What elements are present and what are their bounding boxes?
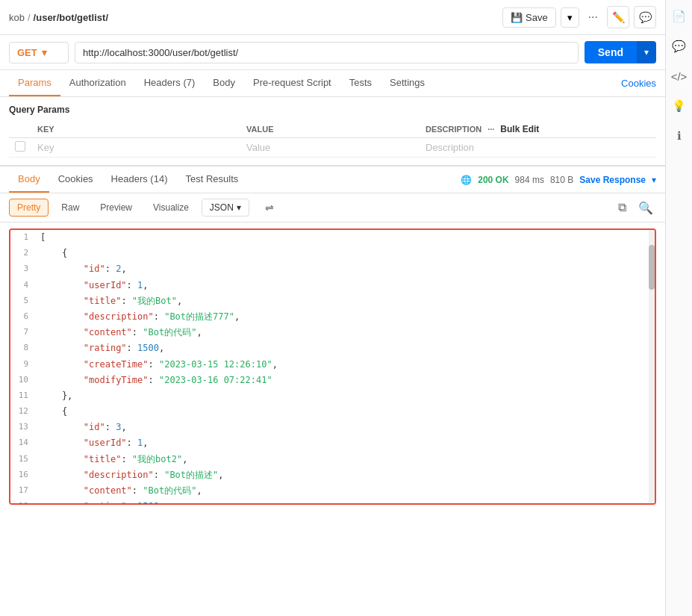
tab-pre-request-script[interactable]: Pre-request Script [244, 70, 340, 96]
send-button-group: Send ▾ [585, 41, 656, 63]
send-button[interactable]: Send [585, 41, 637, 63]
response-size: 810 B [550, 175, 573, 185]
comment-button[interactable]: 💬 [634, 6, 656, 28]
method-chevron-icon: ▾ [42, 47, 47, 58]
sidebar-lightbulb-icon[interactable]: 💡 [669, 96, 690, 116]
tab-authorization[interactable]: Authorization [60, 70, 135, 96]
url-bar: GET ▾ Send ▾ [0, 35, 665, 70]
tab-settings[interactable]: Settings [381, 70, 434, 96]
response-tab-body[interactable]: Body [9, 167, 49, 193]
breadcrumb-user: kob [9, 12, 25, 23]
code-line: 17 "content": "Bot的代码", [10, 483, 655, 499]
sidebar-chat-icon[interactable]: 💬 [669, 36, 690, 57]
url-input[interactable] [75, 42, 579, 63]
response-tabs: Body Cookies Headers (14) Test Results 🌐… [0, 167, 665, 193]
save-label: Save [526, 12, 548, 23]
save-icon: 💾 [511, 12, 523, 23]
scrollbar-track[interactable] [649, 230, 655, 503]
row-value-cell: Value [240, 138, 420, 158]
request-tabs: Params Authorization Headers (7) Body Pr… [0, 70, 665, 97]
save-button[interactable]: 💾 Save [502, 7, 556, 28]
copy-button[interactable]: ⧉ [615, 199, 629, 217]
response-section: Body Cookies Headers (14) Test Results 🌐… [0, 165, 665, 505]
row-desc-cell: Description [420, 138, 656, 158]
breadcrumb: kob / /user/bot/getlist/ [9, 12, 496, 23]
response-tab-headers[interactable]: Headers (14) [102, 167, 177, 193]
pencil-icon: ✏️ [612, 11, 625, 23]
sidebar-info-icon[interactable]: ℹ [669, 125, 690, 146]
code-line: 8 "rating": 1500, [10, 340, 655, 356]
bulk-edit-button[interactable]: Bulk Edit [500, 124, 539, 134]
code-line: 14 "userId": 1, [10, 435, 655, 451]
tab-tests[interactable]: Tests [340, 70, 381, 96]
format-bar: Pretty Raw Preview Visualize JSON ▾ ⇌ ⧉ … [0, 193, 665, 223]
method-label: GET [17, 47, 37, 58]
format-actions: ⧉ 🔍 [615, 199, 656, 217]
code-line: 7 "content": "Bot的代码", [10, 325, 655, 340]
params-header-row: KEY VALUE DESCRIPTION ··· Bulk Edit [9, 121, 656, 138]
scrollbar-thumb[interactable] [649, 245, 655, 290]
save-response-button[interactable]: Save Response [579, 175, 646, 185]
response-status: 🌐 200 OK 984 ms 810 B Save Response ▾ [461, 175, 656, 185]
params-table: KEY VALUE DESCRIPTION ··· Bulk Edit [9, 121, 656, 158]
code-line: 18 "rating": 1500, [10, 499, 655, 505]
sidebar-document-icon[interactable]: 📄 [669, 6, 690, 27]
code-line: 6 "description": "Bot的描述777", [10, 309, 655, 325]
value-input-placeholder[interactable]: Value [246, 142, 270, 153]
wrap-lines-button[interactable]: ⇌ [257, 198, 282, 217]
th-check [9, 121, 31, 138]
row-check [9, 138, 31, 158]
format-preview-button[interactable]: Preview [92, 199, 140, 217]
row-key-cell: Key [31, 138, 240, 158]
code-line: 2 { [10, 246, 655, 261]
edit-button[interactable]: ✏️ [607, 6, 629, 28]
th-key: KEY [31, 121, 240, 138]
code-line: 11 }, [10, 388, 655, 404]
breadcrumb-path: /user/bot/getlist/ [34, 12, 108, 23]
top-bar: kob / /user/bot/getlist/ 💾 Save ▾ ··· ✏️… [0, 0, 665, 35]
json-format-label: JSON [210, 202, 234, 213]
breadcrumb-sep: / [28, 12, 31, 23]
code-line: 15 "title": "我的bot2", [10, 452, 655, 467]
tab-headers[interactable]: Headers (7) [135, 70, 205, 96]
response-code-view[interactable]: 1[2 {3 "id": 2,4 "userId": 1,5 "title": … [9, 228, 656, 505]
code-line: 4 "userId": 1, [10, 278, 655, 293]
code-line: 13 "id": 3, [10, 420, 655, 435]
tab-body[interactable]: Body [204, 70, 244, 96]
response-time: 984 ms [515, 175, 544, 185]
row-checkbox[interactable] [15, 141, 25, 152]
response-tab-test-results[interactable]: Test Results [176, 167, 247, 193]
top-actions: 💾 Save ▾ ··· ✏️ 💬 [502, 6, 656, 28]
method-select[interactable]: GET ▾ [9, 42, 69, 63]
send-dropdown-button[interactable]: ▾ [637, 41, 656, 63]
save-response-chevron-icon[interactable]: ▾ [652, 175, 656, 185]
search-button[interactable]: 🔍 [635, 199, 656, 217]
response-tab-cookies[interactable]: Cookies [49, 167, 102, 193]
query-params-title: Query Params [9, 105, 656, 115]
save-dropdown-button[interactable]: ▾ [561, 7, 579, 28]
right-sidebar: 📄 💬 </> 💡 ℹ [665, 0, 692, 616]
code-line: 5 "title": "我的Bot", [10, 293, 655, 309]
code-line: 12 { [10, 404, 655, 420]
key-input-placeholder[interactable]: Key [37, 142, 54, 153]
json-format-dropdown[interactable]: JSON ▾ [202, 199, 249, 217]
th-value: VALUE [240, 121, 420, 138]
code-line: 3 "id": 2, [10, 261, 655, 277]
desc-input-placeholder[interactable]: Description [426, 142, 474, 153]
format-raw-button[interactable]: Raw [53, 199, 87, 217]
comment-icon: 💬 [639, 11, 652, 23]
format-pretty-button[interactable]: Pretty [9, 199, 49, 217]
code-line: 9 "createTime": "2023-03-15 12:26:10", [10, 357, 655, 373]
format-visualize-button[interactable]: Visualize [145, 199, 197, 217]
app-layout: kob / /user/bot/getlist/ 💾 Save ▾ ··· ✏️… [0, 0, 692, 616]
main-content: kob / /user/bot/getlist/ 💾 Save ▾ ··· ✏️… [0, 0, 665, 616]
tab-params[interactable]: Params [9, 70, 60, 96]
sidebar-code-icon[interactable]: </> [669, 66, 690, 87]
cookies-link[interactable]: Cookies [621, 71, 656, 96]
th-more-icon[interactable]: ··· [487, 125, 494, 134]
more-options-button[interactable]: ··· [584, 7, 602, 28]
globe-icon: 🌐 [461, 175, 472, 185]
query-params-section: Query Params KEY VALUE DESCRIPTION ··· B… [0, 97, 665, 165]
params-new-row: Key Value Description [9, 138, 656, 158]
json-chevron-icon: ▾ [237, 202, 241, 213]
